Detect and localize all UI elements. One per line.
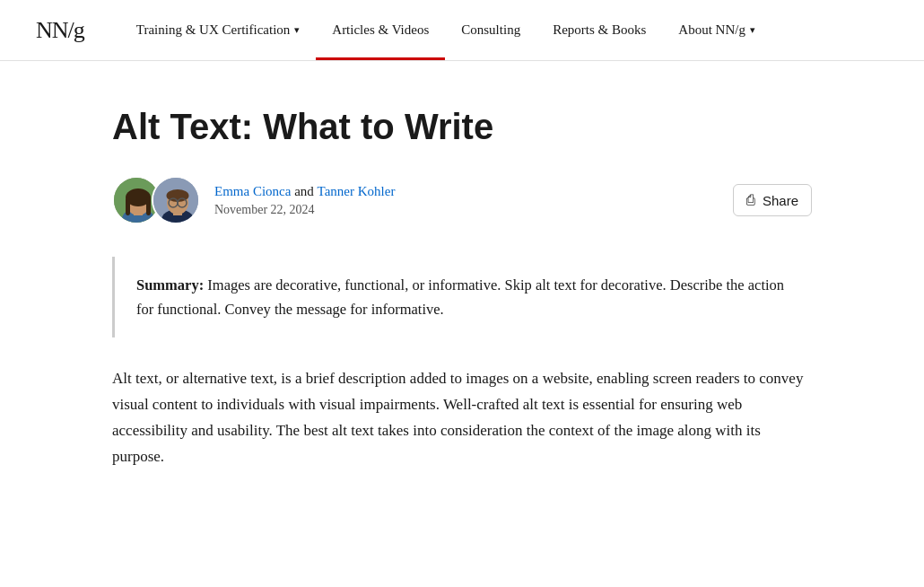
nav-item-consulting[interactable]: Consulting — [445, 0, 536, 60]
main-nav: NN/g Training & UX Certification ▾ Artic… — [0, 0, 924, 61]
avatars — [112, 176, 200, 224]
share-button[interactable]: ⎙ Share — [733, 184, 812, 216]
author-names: Emma Cionca and Tanner Kohler — [214, 184, 395, 199]
article-body: Alt text, or alternative text, is a brie… — [112, 366, 812, 470]
nav-item-reports[interactable]: Reports & Books — [536, 0, 662, 60]
chevron-down-icon: ▾ — [294, 24, 300, 36]
svg-rect-5 — [126, 197, 130, 215]
nav-item-training[interactable]: Training & UX Certification ▾ — [120, 0, 317, 60]
nav-item-articles[interactable]: Articles & Videos — [316, 0, 445, 60]
author-info: Emma Cionca and Tanner Kohler November 2… — [112, 176, 395, 224]
summary-box: Summary: Images are decorative, function… — [112, 257, 812, 337]
svg-rect-6 — [146, 197, 151, 215]
nav-list: Training & UX Certification ▾ Articles &… — [120, 0, 771, 60]
author1-link[interactable]: Emma Cionca — [214, 184, 291, 198]
avatar-male — [152, 176, 200, 224]
share-icon: ⎙ — [746, 192, 755, 208]
author-row: Emma Cionca and Tanner Kohler November 2… — [112, 176, 812, 224]
nav-item-about[interactable]: About NN/g ▾ — [662, 0, 771, 60]
author-text: Emma Cionca and Tanner Kohler November 2… — [214, 184, 395, 217]
article-container: Alt Text: What to Write — [58, 61, 866, 506]
site-logo[interactable]: NN/g — [36, 17, 84, 44]
author2-link[interactable]: Tanner Kohler — [318, 184, 396, 198]
chevron-down-icon-about: ▾ — [750, 24, 755, 36]
summary-text: Summary: Images are decorative, function… — [136, 273, 790, 321]
article-title: Alt Text: What to Write — [112, 106, 812, 147]
article-date: November 22, 2024 — [214, 203, 395, 217]
